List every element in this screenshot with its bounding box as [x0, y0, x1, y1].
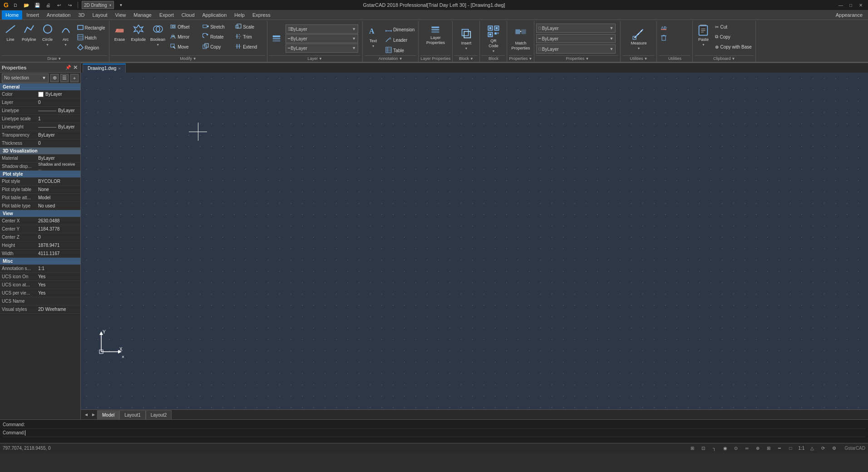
otrack-toggle[interactable]: ∞: [743, 444, 751, 452]
table-button[interactable]: Table: [384, 45, 416, 55]
modify-group-label[interactable]: Modify ▼: [111, 55, 266, 61]
properties-row3-dropdown[interactable]: □ ByLayer ▼: [536, 44, 616, 54]
move-button[interactable]: Move: [168, 42, 200, 52]
canvas-area[interactable]: Y X ×: [81, 73, 868, 409]
grid-toggle[interactable]: ⊞: [688, 444, 696, 452]
toggle-pickadd-button[interactable]: +: [70, 74, 79, 82]
arc-button[interactable]: Arc ▼: [57, 22, 74, 48]
prop-lineweight-val[interactable]: ————ByLayer: [36, 123, 80, 131]
stretch-button[interactable]: Stretch: [201, 22, 232, 32]
tab-nav-next[interactable]: ►: [90, 410, 97, 419]
menu-cloud[interactable]: Cloud: [178, 10, 198, 20]
command-line-2[interactable]: Command:: [3, 429, 865, 437]
mirror-button[interactable]: Mirror: [168, 32, 200, 42]
properties-group-label[interactable]: Properties ▼: [536, 55, 618, 61]
prop-ucs-name-val[interactable]: [36, 297, 80, 305]
prop-center-z-val[interactable]: 0: [36, 233, 80, 241]
menu-express[interactable]: Express: [249, 10, 274, 20]
region-button[interactable]: Region: [75, 43, 107, 53]
minimize-button[interactable]: —: [837, 1, 844, 9]
clipboard-group-label[interactable]: Clipboard ▼: [695, 55, 753, 61]
selection-dropdown[interactable]: No selection ▼: [2, 74, 49, 83]
qrcode-group-label[interactable]: Block: [482, 55, 505, 61]
rectangle-button[interactable]: Rectangle: [75, 23, 107, 33]
spell-check-button[interactable]: ABC: [659, 23, 690, 33]
drawing-canvas[interactable]: Y X ×: [81, 73, 868, 409]
hatch-button[interactable]: Hatch: [75, 33, 107, 43]
prop-transparency-val[interactable]: ByLayer: [36, 131, 80, 139]
ortho-toggle[interactable]: ┐: [710, 444, 718, 452]
tab-layout1[interactable]: Layout1: [119, 410, 146, 419]
snap-toggle[interactable]: ⊡: [699, 444, 707, 452]
menu-3d[interactable]: 3D: [74, 10, 88, 20]
drawing-tab-drawing1[interactable]: Drawing1.dwg ×: [83, 64, 126, 73]
menu-appearance[interactable]: Appearance: [832, 10, 866, 20]
workspace-switch[interactable]: ⚙: [830, 444, 838, 452]
model-toggle[interactable]: □: [786, 444, 794, 452]
trim-button[interactable]: Trim: [233, 32, 265, 42]
utilities-group-label[interactable]: Utilities: [659, 55, 690, 61]
properties-row1-dropdown[interactable]: □ ByLayer ▼: [536, 24, 616, 33]
menu-layout[interactable]: Layout: [89, 10, 111, 20]
dyn-toggle[interactable]: ⊞: [764, 444, 773, 452]
qrcode-button[interactable]: QRCode ▼: [485, 23, 502, 54]
measure-button[interactable]: Measure ▼: [629, 25, 648, 51]
matchprops-group-label[interactable]: Properties ▼: [509, 55, 532, 61]
ducs-toggle[interactable]: ⊕: [754, 444, 762, 452]
text-button[interactable]: A Text ▼: [365, 24, 382, 55]
erase-button[interactable]: Erase: [111, 22, 128, 43]
circle-button[interactable]: Circle ▼: [39, 22, 56, 48]
tab-model[interactable]: Model: [97, 410, 119, 419]
draw-group-label[interactable]: Draw ▼: [2, 55, 107, 61]
quick-access-new[interactable]: 🗋: [11, 1, 20, 9]
quick-access-redo[interactable]: ↪: [66, 1, 74, 9]
prop-plot-att-val[interactable]: Model: [36, 194, 80, 202]
quick-access-open[interactable]: 📂: [22, 1, 30, 9]
prop-width-val[interactable]: 4111.1167: [36, 250, 80, 257]
dimension-button[interactable]: Dimension: [384, 25, 416, 34]
prop-plot-type-val[interactable]: No used: [36, 202, 80, 210]
prop-plot-table-val[interactable]: None: [36, 186, 80, 193]
quick-access-undo[interactable]: ↩: [55, 1, 63, 9]
paste-button[interactable]: Paste ▼: [695, 22, 712, 48]
polar-toggle[interactable]: ◉: [721, 444, 729, 452]
prop-visual-styles-val[interactable]: 2D Wireframe: [36, 305, 80, 313]
insert-button[interactable]: Insert ▼: [458, 25, 475, 51]
quick-access-print[interactable]: 🖨: [44, 1, 52, 9]
osnap-toggle[interactable]: ⊙: [732, 444, 740, 452]
copybase-button[interactable]: ⊕ Copy with Base: [713, 42, 753, 52]
select-all-button[interactable]: ☰: [60, 74, 69, 82]
prop-thickness-val[interactable]: 0: [36, 139, 80, 147]
menu-help[interactable]: Help: [231, 10, 248, 20]
prop-ucs-at-val[interactable]: Yes: [36, 281, 80, 289]
line-button[interactable]: Line: [2, 22, 19, 43]
annotation-visibility[interactable]: △: [808, 444, 816, 452]
maximize-button[interactable]: □: [847, 1, 854, 9]
copy-button[interactable]: Copy: [201, 42, 232, 52]
prop-layer-val[interactable]: 0: [36, 98, 80, 106]
boolean-button[interactable]: Boolean ▼: [148, 22, 167, 48]
matchprops-button[interactable]: Match Properties: [509, 25, 532, 52]
annotation-group-label[interactable]: Annotation ▼: [365, 55, 416, 61]
menu-annotation[interactable]: Annotation: [43, 10, 74, 20]
quick-access-save[interactable]: 💾: [33, 1, 41, 9]
prop-material-val[interactable]: ByLayer: [36, 154, 80, 162]
polyline-button[interactable]: Polyline: [20, 22, 38, 43]
prop-center-x-val[interactable]: 2630.0488: [36, 217, 80, 225]
properties-row2-dropdown[interactable]: ━ ByLayer ▼: [536, 34, 616, 43]
close-button[interactable]: ✕: [857, 1, 864, 9]
menu-application[interactable]: Application: [199, 10, 231, 20]
layer-row1-dropdown[interactable]: ☰ ByLayer ▼: [286, 25, 358, 34]
layer-group-label[interactable]: Layer ▼: [269, 55, 360, 61]
layer-row3-dropdown[interactable]: ━ ByLayer ▼: [286, 44, 358, 53]
prop-ucs-on-val[interactable]: Yes: [36, 273, 80, 280]
workspace-dropdown[interactable]: 2D Drafting ▼: [82, 1, 114, 9]
offset-button[interactable]: Offset: [168, 22, 200, 32]
tab-nav-prev[interactable]: ◄: [83, 410, 90, 419]
menu-export[interactable]: Export: [156, 10, 178, 20]
prop-pin-button[interactable]: 📌: [65, 64, 71, 71]
quick-select-button[interactable]: ⊕: [50, 74, 59, 82]
prop-plot-style-val[interactable]: BYCOLOR: [36, 177, 80, 185]
extend-button[interactable]: Extend: [233, 42, 265, 52]
prop-linetype-scale-val[interactable]: 1: [36, 115, 80, 123]
